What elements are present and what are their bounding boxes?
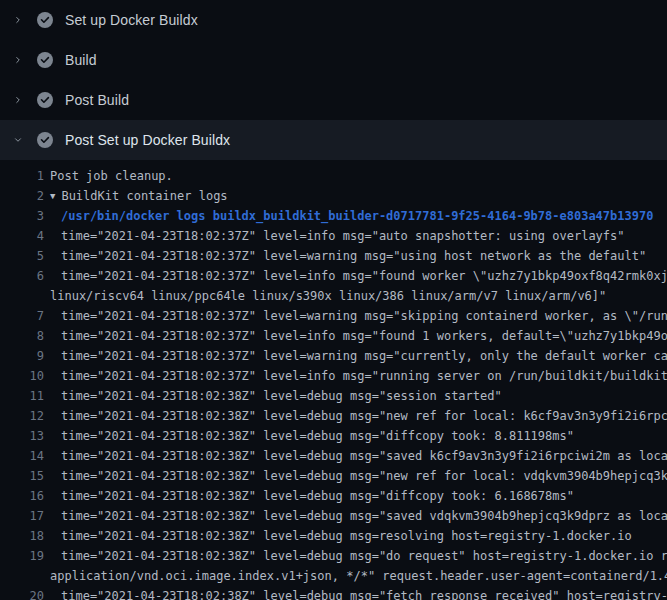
log-line: 18 ▼ time="2021-04-23T18:02:38Z" level=d… (0, 526, 667, 546)
check-circle-icon (37, 52, 53, 68)
check-circle-icon (37, 92, 53, 108)
log-line-text: time="2021-04-23T18:02:38Z" level=debug … (61, 466, 667, 486)
log-line-text: BuildKit container logs (61, 186, 227, 206)
log-line: 19 ▼ time="2021-04-23T18:02:38Z" level=d… (0, 546, 667, 566)
log-line-number[interactable]: 17 (0, 506, 44, 526)
log-line: 14 ▼ time="2021-04-23T18:02:38Z" level=d… (0, 446, 667, 466)
log-line-number[interactable]: 3 (0, 206, 44, 226)
log-line-text: time="2021-04-23T18:02:37Z" level=info m… (61, 226, 625, 246)
log-line: 11 ▼ time="2021-04-23T18:02:38Z" level=d… (0, 386, 667, 406)
step-title: Post Build (65, 92, 129, 108)
log-line-text: Post job cleanup. (50, 166, 173, 186)
log-line: 3 ▼ /usr/bin/docker logs buildx_buildkit… (0, 206, 667, 226)
log-line: 20 ▼ time="2021-04-23T18:02:38Z" level=d… (0, 586, 667, 600)
check-circle-icon (37, 132, 53, 148)
log-line: 10 ▼ time="2021-04-23T18:02:37Z" level=i… (0, 366, 667, 386)
log-line-number[interactable]: 1 (0, 166, 44, 186)
log-output: 1 ▼ Post job cleanup. 2 ▼ BuildKit conta… (0, 160, 667, 600)
log-line-text: time="2021-04-23T18:02:38Z" level=debug … (61, 526, 632, 546)
actions-log-viewer: Set up Docker Buildx Build P (0, 0, 667, 600)
log-line-text: time="2021-04-23T18:02:37Z" level=warnin… (61, 306, 667, 326)
log-line-number[interactable]: 9 (0, 346, 44, 366)
step-header-post-set-up-docker-buildx[interactable]: Post Set up Docker Buildx (0, 120, 667, 160)
log-line-number[interactable]: 14 (0, 446, 44, 466)
log-line-number[interactable]: 15 (0, 466, 44, 486)
log-line: 17 ▼ time="2021-04-23T18:02:38Z" level=d… (0, 506, 667, 526)
step-title: Set up Docker Buildx (65, 12, 198, 28)
chevron-icon (13, 12, 23, 28)
check-circle-icon (37, 12, 53, 28)
log-line-text: time="2021-04-23T18:02:38Z" level=debug … (61, 546, 667, 566)
log-line-number[interactable]: 18 (0, 526, 44, 546)
log-line: ▼ linux/riscv64 linux/ppc64le linux/s390… (0, 286, 667, 306)
log-line: 9 ▼ time="2021-04-23T18:02:37Z" level=wa… (0, 346, 667, 366)
log-line-text: time="2021-04-23T18:02:38Z" level=debug … (61, 386, 502, 406)
log-line-number[interactable]: 16 (0, 486, 44, 506)
log-line-text: time="2021-04-23T18:02:38Z" level=debug … (61, 586, 667, 600)
log-line-text: time="2021-04-23T18:02:37Z" level=warnin… (61, 246, 646, 266)
log-line-text: time="2021-04-23T18:02:38Z" level=debug … (61, 486, 574, 506)
log-line-text: linux/riscv64 linux/ppc64le linux/s390x … (50, 286, 606, 306)
log-line: 6 ▼ time="2021-04-23T18:02:37Z" level=in… (0, 266, 667, 286)
log-line-text: time="2021-04-23T18:02:37Z" level=info m… (61, 326, 667, 346)
log-line-text: time="2021-04-23T18:02:37Z" level=info m… (61, 266, 667, 286)
log-line-text: time="2021-04-23T18:02:38Z" level=debug … (61, 406, 667, 426)
log-line: 1 ▼ Post job cleanup. (0, 166, 667, 186)
log-line-text: time="2021-04-23T18:02:38Z" level=debug … (61, 506, 667, 526)
step-header-post-build[interactable]: Post Build (0, 80, 667, 120)
log-line-text: time="2021-04-23T18:02:38Z" level=debug … (61, 446, 667, 466)
chevron-icon (13, 92, 23, 108)
log-line-number[interactable]: 19 (0, 546, 44, 566)
log-line-number[interactable]: 20 (0, 586, 44, 600)
log-line-number[interactable]: 12 (0, 406, 44, 426)
log-line-number[interactable]: 11 (0, 386, 44, 406)
log-line-text: time="2021-04-23T18:02:37Z" level=info m… (61, 366, 667, 386)
chevron-icon (13, 52, 23, 68)
log-line-number[interactable]: 8 (0, 326, 44, 346)
log-line[interactable]: 2 ▼ BuildKit container logs (0, 186, 667, 206)
step-title: Post Set up Docker Buildx (65, 132, 230, 148)
log-line: 5 ▼ time="2021-04-23T18:02:37Z" level=wa… (0, 246, 667, 266)
log-line-number[interactable]: 6 (0, 266, 44, 286)
log-line-number[interactable]: 13 (0, 426, 44, 446)
log-line: ▼ application/vnd.oci.image.index.v1+jso… (0, 566, 667, 586)
log-line-number[interactable]: 4 (0, 226, 44, 246)
log-line-number[interactable]: 10 (0, 366, 44, 386)
steps-list: Set up Docker Buildx Build P (0, 0, 667, 160)
step-title: Build (65, 52, 97, 68)
log-line: 12 ▼ time="2021-04-23T18:02:38Z" level=d… (0, 406, 667, 426)
log-line: 13 ▼ time="2021-04-23T18:02:38Z" level=d… (0, 426, 667, 446)
log-line-text: /usr/bin/docker logs buildx_buildkit_bui… (61, 206, 653, 226)
log-line: 7 ▼ time="2021-04-23T18:02:37Z" level=wa… (0, 306, 667, 326)
log-line: 15 ▼ time="2021-04-23T18:02:38Z" level=d… (0, 466, 667, 486)
log-line-text: time="2021-04-23T18:02:38Z" level=debug … (61, 426, 574, 446)
group-expander-icon: ▼ (50, 186, 55, 206)
log-line-number[interactable]: 7 (0, 306, 44, 326)
log-line-text: time="2021-04-23T18:02:37Z" level=warnin… (61, 346, 667, 366)
log-line: 4 ▼ time="2021-04-23T18:02:37Z" level=in… (0, 226, 667, 246)
step-header-build[interactable]: Build (0, 40, 667, 80)
log-line: 8 ▼ time="2021-04-23T18:02:37Z" level=in… (0, 326, 667, 346)
log-line-number[interactable]: 2 (0, 186, 44, 206)
log-line-text: application/vnd.oci.image.index.v1+json,… (50, 566, 667, 586)
log-line-number[interactable]: 5 (0, 246, 44, 266)
step-header-set-up-docker-buildx[interactable]: Set up Docker Buildx (0, 0, 667, 40)
chevron-icon (13, 132, 23, 148)
log-line: 16 ▼ time="2021-04-23T18:02:38Z" level=d… (0, 486, 667, 506)
